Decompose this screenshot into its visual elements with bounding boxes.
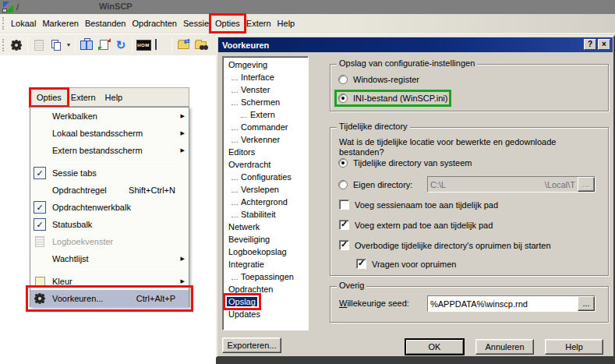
menubar-opties[interactable]: Opties: [32, 90, 66, 104]
check-icon: ✓: [34, 201, 46, 214]
radio-icon: [338, 94, 348, 103]
new-session-button[interactable]: [152, 37, 169, 54]
menu-opdrachten[interactable]: Opdrachten: [129, 16, 180, 30]
menu-item-opdrachtenwerkbalk[interactable]: ✓ Opdrachtenwerkbalk: [30, 199, 189, 216]
menubar-grip: [2, 17, 5, 30]
seed-input[interactable]: %APPDATA%\winscp.rnd: [428, 296, 578, 311]
checkbox-session-name[interactable]: Voeg sessienaam toe aan tijdelijk pad: [339, 200, 498, 210]
menu-item-lokaal-bestandsscherm[interactable]: Lokaal bestandsscherm ▶: [30, 125, 189, 142]
tree-item-opslag[interactable]: Opslag: [223, 295, 308, 308]
tree-item-beveiliging[interactable]: Beveiliging: [223, 233, 308, 246]
dialog-help-button[interactable]: ?: [584, 39, 596, 50]
synchronize-browsing-button[interactable]: [78, 37, 95, 54]
toolbar-divider: [75, 37, 76, 53]
tree-item-updates[interactable]: Updates: [223, 308, 308, 320]
export-button[interactable]: Exporteren...: [222, 337, 281, 353]
menu-lokaal[interactable]: Lokaal: [8, 16, 39, 30]
menu-extern[interactable]: Extern: [243, 16, 274, 30]
radio-icon: [338, 180, 348, 189]
menu-help[interactable]: Help: [274, 16, 299, 30]
menu-item-voorkeuren[interactable]: Voorkeuren... Ctrl+Alt+P: [30, 290, 189, 307]
radio-windows-register[interactable]: Windows-register: [338, 75, 419, 84]
tree-item-verslepen[interactable]: Verslepen: [223, 183, 308, 196]
menu-item-logboekvenster: Logboekvenster: [30, 233, 189, 250]
checkbox-checked-icon: ✓: [339, 240, 349, 250]
radio-custom-directory[interactable]: Eigen directory:: [338, 180, 412, 189]
computer-icon: [155, 40, 167, 50]
menubar-extern[interactable]: Extern: [66, 90, 101, 104]
checkbox-confirm-cleanup[interactable]: ✓ Vragen voor opruimen: [356, 259, 456, 269]
menu-item-opdrachtregel[interactable]: Opdrachtregel Shift+Ctrl+N: [30, 182, 189, 199]
find-files-button[interactable]: [192, 37, 209, 54]
radio-ini-bestand[interactable]: INI-bestand (WinSCP.ini): [338, 94, 447, 103]
tree-item-stabiliteit[interactable]: Stabiliteit: [223, 208, 308, 221]
preferences-button[interactable]: [8, 37, 25, 54]
close-icon[interactable]: ×: [598, 39, 610, 50]
gear-icon: [12, 41, 20, 49]
tree-item-overdracht[interactable]: Overdracht: [223, 158, 308, 171]
group-title: Overig: [337, 281, 366, 290]
menu-bestanden[interactable]: Bestanden: [82, 16, 129, 30]
tree-item-interface[interactable]: Interface: [223, 71, 308, 83]
log-icon: [35, 236, 44, 247]
checkbox-remote-path[interactable]: ✓ Voeg extern pad toe aan tijdelijk pad: [339, 220, 493, 230]
menu-opties[interactable]: Opties: [212, 16, 243, 30]
menu-item-wachtlijst[interactable]: Wachtlijst ▶: [30, 250, 189, 267]
home-icon: HOM: [136, 40, 151, 51]
checkbox-icon: [339, 200, 349, 210]
pages-icon: [51, 40, 62, 51]
preferences-tree: Omgeving Interface Venster Schermen Exte…: [222, 56, 309, 330]
tree-item-extern[interactable]: Extern: [223, 108, 308, 121]
tree-item-logboekopslag[interactable]: Logboekopslag: [223, 246, 308, 258]
ok-button[interactable]: OK: [405, 339, 464, 355]
tree-item-venster[interactable]: Venster: [223, 83, 308, 96]
seed-field: %APPDATA%\winscp.rnd ...: [427, 295, 596, 312]
submenu-arrow-icon: ▶: [181, 113, 185, 119]
synchronize-directories-button[interactable]: ⇄: [175, 37, 192, 54]
dropdown-arrow-icon[interactable]: ▾: [65, 37, 72, 54]
refresh-button[interactable]: ↻: [112, 37, 129, 54]
browse-button[interactable]: ...: [578, 296, 595, 311]
menu-markeren[interactable]: Markeren: [39, 16, 81, 30]
options-menubar: Opties Extern Help: [29, 87, 189, 107]
menubar-help[interactable]: Help: [101, 90, 128, 104]
tree-item-netwerk[interactable]: Netwerk: [223, 221, 308, 233]
temp-directory-group: Tijdelijke directory Wat is de tijdelijk…: [330, 127, 609, 276]
checkbox-cleanup[interactable]: ✓ Overbodige tijdelijke directory's opru…: [339, 240, 551, 250]
check-icon: ✓: [34, 218, 46, 231]
tree-item-editors[interactable]: Editors: [223, 146, 308, 158]
tree-item-opdrachten[interactable]: Opdrachten: [223, 283, 308, 295]
menu-sessie[interactable]: Sessie: [180, 16, 212, 30]
menu-item-werkbalken[interactable]: Werkbalken ▶: [30, 108, 189, 125]
menu-separator: [30, 159, 189, 164]
tree-item-commander[interactable]: Commander: [223, 121, 308, 133]
synchronize-button[interactable]: [95, 37, 112, 54]
tree-item-configuraties[interactable]: Configuraties: [223, 171, 308, 183]
home-directory-button[interactable]: HOM: [135, 37, 152, 54]
checkbox-checked-icon: ✓: [339, 220, 349, 230]
toolbar-divider: [171, 37, 172, 53]
tree-item-integratie[interactable]: Integratie: [223, 258, 308, 270]
panes-icon: [80, 41, 93, 50]
help-button[interactable]: Help: [545, 339, 603, 355]
cancel-button[interactable]: Annuleren: [475, 339, 534, 355]
other-group: Overig Willekeurige seed: %APPDATA%\wins…: [330, 286, 609, 323]
duplicate-session-button[interactable]: [48, 37, 65, 54]
menu-item-kleur[interactable]: Kleur ▶: [30, 273, 189, 290]
radio-system-temp[interactable]: Tijdelijke directory van systeem: [338, 158, 472, 168]
tree-item-achtergrond[interactable]: Achtergrond: [223, 196, 308, 208]
tree-item-omgeving[interactable]: Omgeving: [223, 58, 308, 71]
browse-button: ...: [578, 177, 595, 192]
storage-group: Opslag van configuratie-instellingen Win…: [330, 64, 609, 111]
log-window-button[interactable]: [30, 37, 48, 54]
menu-item-sessie-tabs[interactable]: ✓ Sessie tabs: [30, 164, 189, 182]
tree-item-schermen[interactable]: Schermen: [223, 96, 308, 108]
menu-item-extern-bestandsscherm[interactable]: Extern bestandsscherm ▶: [30, 142, 189, 159]
tree-item-toepassingen[interactable]: Toepassingen: [223, 270, 308, 283]
menu-item-statusbalk[interactable]: ✓ Statusbalk: [30, 216, 189, 233]
group-title: Opslag van configuratie-instellingen: [337, 58, 477, 68]
tree-item-verkenner[interactable]: Verkenner: [223, 133, 308, 146]
custom-directory-field: C:\L \Local\T ...: [427, 176, 596, 193]
custom-path-left: C:\L: [430, 180, 446, 189]
radio-icon: [338, 158, 348, 168]
